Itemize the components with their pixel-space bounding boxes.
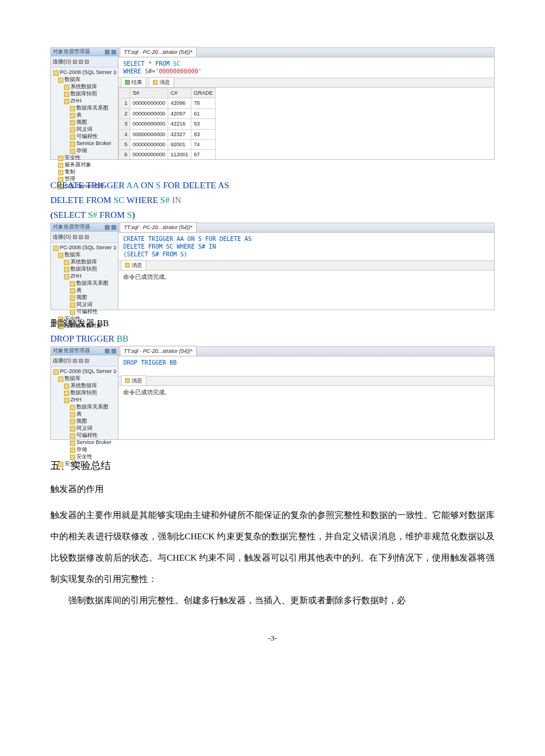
node-label: 可编程性 [76,432,98,438]
tree-tables[interactable]: 表 [52,287,117,294]
tree-sysdb[interactable]: 系统数据库 [52,382,117,389]
toolbar-icon[interactable] [79,235,83,239]
pin-icon[interactable] [105,349,110,353]
tree-userdb[interactable]: ZHH [52,272,117,279]
tree-storage[interactable]: 存储 [52,446,117,453]
server-label: PC-2008 (SQL Server 10.0.1600 - PC [60,368,117,374]
pin-icon[interactable] [105,225,110,230]
db-icon [64,398,69,403]
rownum: 5 [119,139,130,149]
tree-views[interactable]: 视图 [52,417,117,424]
ident: AA [126,181,139,190]
tab-label: TT.sql - PC-20...strator (54))* [124,224,193,230]
tree-views[interactable]: 视图 [52,118,117,126]
node-label: 安全性 [65,155,81,160]
table-row[interactable]: 2000000000004209761 [119,108,216,118]
tree-server[interactable]: PC-2008 (SQL Server 10.0.1600 - PC [52,368,117,375]
toolbar-icon[interactable] [73,359,77,363]
toolbar-icon[interactable] [85,60,89,64]
tree-server[interactable]: PC-2008 (SQL Server 10.0.1600 - PC [52,244,117,251]
panel-header: 对象资源管理器 [51,223,118,231]
table-row[interactable]: 5000000000009200174 [119,139,216,149]
ident: S# [158,195,170,205]
tree-repl[interactable]: 复制 [52,168,117,175]
sql-editor[interactable]: DROP TRIGGER BB [118,356,494,377]
tree-sysdb[interactable]: 系统数据库 [52,258,117,265]
tree-tables[interactable]: 表 [52,111,117,118]
tree-snapshot[interactable]: 数据库快照 [52,90,117,97]
tree-databases[interactable]: 数据库 [52,251,117,258]
table-row[interactable]: 3000000000004221653 [119,119,216,129]
messages-tab[interactable]: 消息 [121,375,146,385]
toolbar-icon[interactable] [79,60,83,64]
tree-broker[interactable]: Service Broker [52,439,117,446]
tree-synonyms[interactable]: 同义词 [52,126,117,133]
tree-synonyms[interactable]: 同义词 [52,301,117,308]
close-icon[interactable] [111,225,116,230]
close-icon[interactable] [111,50,116,54]
msg-icon [153,80,158,85]
results-grid[interactable]: S# C# GRADE 1000000000004209678200000000… [118,88,216,159]
message-output: 命令已成功完成。 [118,271,494,284]
editor-tab[interactable]: TT.sql - PC-20...strator (54))* [120,222,197,232]
editor-tab[interactable]: TT.sql - PC-20...strator (54))* [120,47,197,57]
folder-icon [64,267,69,272]
folder-icon [64,85,69,90]
toolbar-icon[interactable] [73,235,77,239]
tree-prog[interactable]: 可编程性 [52,432,117,439]
pin-icon[interactable] [105,50,110,54]
tree-diagrams[interactable]: 数据库关系图 [52,104,117,111]
connect-label[interactable]: 连接(O) [53,356,71,365]
tree-sysdb[interactable]: 系统数据库 [52,83,117,90]
node-label: 表 [76,287,82,293]
col-c[interactable]: C# [168,88,191,98]
tree-diagrams[interactable]: 数据库关系图 [52,279,117,287]
tree-prog[interactable]: 可编程性 [52,133,117,140]
sql-editor[interactable]: CREATE TRIGGER AA ON S FOR DELETE AS DEL… [118,233,494,261]
tree-diagrams[interactable]: 数据库关系图 [52,403,117,410]
tree-broker[interactable]: Service Broker [52,140,117,147]
object-explorer: 对象资源管理器 连接(O) PC-2008 (SQL Server 10.0.1… [51,48,118,159]
kw: FOR [161,181,180,190]
results-tab[interactable]: 结果 [121,77,146,87]
tree-userdb[interactable]: ZHH [52,97,117,104]
toolbar-icon[interactable] [73,60,77,64]
tree-databases[interactable]: 数据库 [52,375,117,382]
editor-tabs: TT.sql - PC-20...strator (54))* [118,223,494,233]
sql-line: CREATE TRIGGER AA ON S FOR DELETE AS [123,235,489,243]
messages-tab[interactable]: 消息 [149,77,174,87]
grid-icon [125,80,130,85]
close-icon[interactable] [111,349,116,353]
node-label: 数据库 [65,375,81,381]
tree-prog[interactable]: 可编程性 [52,308,117,315]
messages-tab[interactable]: 消息 [121,260,146,270]
tree-storage[interactable]: 存储 [52,147,117,154]
tree-server[interactable]: PC-2008 (SQL Server 10.0.1600 - PC [52,69,117,76]
col-s[interactable]: S# [130,88,168,98]
tree-views[interactable]: 视图 [52,294,117,301]
folder-icon [70,433,75,439]
col-g[interactable]: GRADE [191,88,216,98]
sql-editor[interactable]: SELECT * FROM SC WHERE S#='00000000000' [118,57,494,78]
code-line: DELETE FROM SC WHERE S# IN [50,193,495,207]
tree-srvobj[interactable]: 服务器对象 [52,161,117,168]
table-row[interactable]: 4000000000004232783 [119,129,216,139]
tree-snapshot[interactable]: 数据库快照 [52,265,117,272]
tree-synonyms[interactable]: 同义词 [52,424,117,432]
toolbar-icon[interactable] [85,235,89,239]
connect-label[interactable]: 连接(O) [53,233,71,241]
tree-userdb[interactable]: ZHH [52,396,117,403]
table-row[interactable]: 60000000000011200167 [119,150,216,159]
tree-tables[interactable]: 表 [52,410,117,417]
node-label: 数据库 [65,76,81,82]
connect-label[interactable]: 连接(O) [53,57,71,66]
result-tabs: 消息 [118,261,494,271]
toolbar-icon[interactable] [79,359,83,363]
editor-tab[interactable]: TT.sql - PC-20...strator (54))* [120,346,197,356]
screenshot-sql-select: 对象资源管理器 连接(O) PC-2008 (SQL Server 10.0.1… [50,47,495,160]
tree-security[interactable]: 安全性 [52,154,117,161]
toolbar-icon[interactable] [85,359,89,363]
table-row[interactable]: 1000000000004209678 [119,98,216,108]
tree-snapshot[interactable]: 数据库快照 [52,389,117,396]
tree-databases[interactable]: 数据库 [52,76,117,83]
